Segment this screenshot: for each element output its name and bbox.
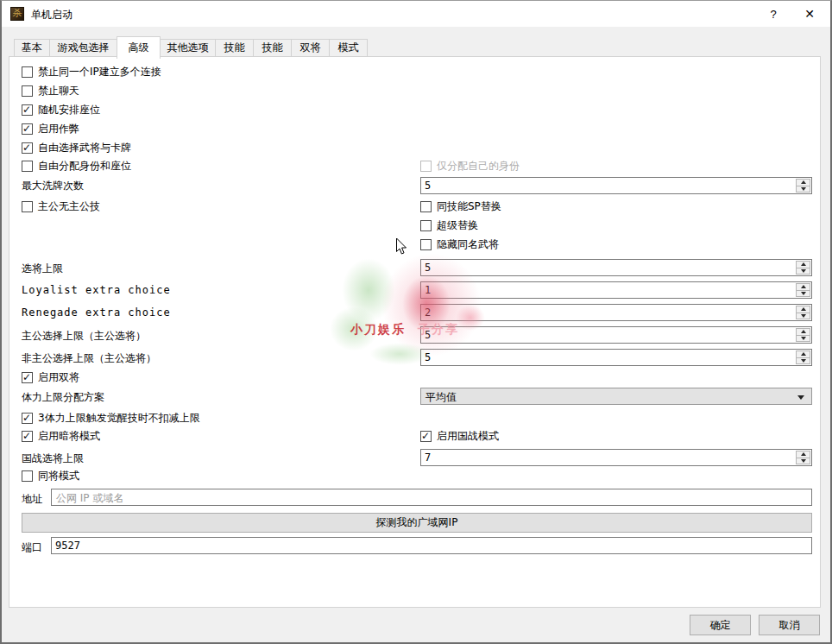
spinbox-loyalist-extra[interactable]: 1 <box>420 281 812 299</box>
checkbox-box <box>22 413 33 424</box>
ok-button[interactable]: 确定 <box>690 615 751 635</box>
spin-up-button[interactable] <box>796 283 810 290</box>
spinner-buttons <box>796 306 810 319</box>
checkbox-box <box>420 161 432 172</box>
spinbox-hegemony-choice-limit[interactable]: 7 <box>420 449 812 466</box>
checkbox-box <box>22 431 33 442</box>
checkbox-box <box>22 201 33 212</box>
tab-label: 其他选项 <box>167 41 209 55</box>
cancel-button[interactable]: 取消 <box>759 615 820 635</box>
checkbox-label: 启用暗将模式 <box>38 429 100 444</box>
tab-packages[interactable]: 游戏包选择 <box>49 39 117 57</box>
spin-down-button[interactable] <box>796 335 810 343</box>
dropdown-value: 平均值 <box>425 390 457 405</box>
label-choice-limit: 选将上限 <box>22 262 63 276</box>
label-lord-choice-limit: 主公选择上限（主公选将） <box>22 329 146 344</box>
checkbox-same-skill-sp[interactable]: 同技能SP替换 <box>420 200 501 213</box>
spinner-buttons <box>796 350 810 364</box>
tab-skills-1[interactable]: 技能 <box>215 39 254 57</box>
address-input[interactable]: 公网 IP 或域名 <box>51 489 812 506</box>
spin-up-button[interactable] <box>796 451 810 458</box>
spin-down-button[interactable] <box>796 458 810 465</box>
checkbox-label: 同将模式 <box>38 469 79 483</box>
spinbox-lord-choice-limit[interactable]: 5 <box>420 326 812 344</box>
spinner-buttons <box>796 261 810 275</box>
spin-down-button[interactable] <box>796 313 810 320</box>
tab-basic[interactable]: 基本 <box>14 39 50 57</box>
tab-label: 高级 <box>129 41 149 55</box>
checkbox-free-choose[interactable]: 自由选择武将与卡牌 <box>22 142 131 155</box>
spinbox-value: 5 <box>425 329 431 341</box>
tab-label: 基本 <box>22 41 42 55</box>
tab-bar: 基本 游戏包选择 高级 其他选项 技能 技能 双将 模式 <box>14 39 368 59</box>
spin-up-button[interactable] <box>796 328 810 335</box>
label-max-shuffle: 最大洗牌次数 <box>22 179 84 193</box>
tab-misc[interactable]: 其他选项 <box>160 39 216 57</box>
spinbox-max-shuffle[interactable]: 5 <box>420 177 812 194</box>
checkbox-label: 禁止聊天 <box>38 84 79 98</box>
checkbox-label: 主公无主公技 <box>38 199 100 214</box>
spin-down-button[interactable] <box>796 357 810 365</box>
spin-up-button[interactable] <box>796 350 810 357</box>
checkbox-label: 随机安排座位 <box>38 103 100 117</box>
checkbox-label: 禁止同一个IP建立多个连接 <box>38 65 161 79</box>
port-value: 9527 <box>55 540 80 552</box>
checkbox-forbid-chat[interactable]: 禁止聊天 <box>22 85 79 98</box>
checkbox-enable-hegemony[interactable]: 启用国战模式 <box>420 430 499 443</box>
port-input[interactable]: 9527 <box>51 537 812 554</box>
checkbox-enable-double[interactable]: 启用双将 <box>22 371 79 384</box>
spinner-buttons <box>796 179 810 193</box>
label-hegemony-choice-limit: 国战选将上限 <box>22 451 84 466</box>
tab-mode[interactable]: 模式 <box>329 39 368 57</box>
checkbox-random-seat[interactable]: 随机安排座位 <box>22 104 100 117</box>
checkbox-hide-same-name[interactable]: 隐藏同名武将 <box>420 238 499 251</box>
spinbox-choice-limit[interactable]: 5 <box>420 259 812 276</box>
checkbox-super-replace[interactable]: 超级替换 <box>420 219 478 232</box>
spin-up-button[interactable] <box>796 179 810 186</box>
checkbox-awaken-no-reduce[interactable]: 3体力上限触发觉醒技时不扣减上限 <box>22 412 200 425</box>
checkbox-label: 启用国战模式 <box>437 429 499 444</box>
hp-scheme-dropdown[interactable]: 平均值 <box>420 388 812 405</box>
checkbox-free-assign[interactable]: 自由分配身份和座位 <box>22 160 131 173</box>
spinner-buttons <box>796 451 810 464</box>
spinbox-nonlord-choice-limit[interactable]: 5 <box>420 349 812 366</box>
close-icon[interactable]: ✕ <box>791 1 829 27</box>
checkbox-label: 自由选择武将与卡牌 <box>38 141 131 155</box>
help-button[interactable]: ? <box>756 1 791 27</box>
checkbox-same-general-mode[interactable]: 同将模式 <box>22 470 79 483</box>
checkbox-forbid-multi-ip[interactable]: 禁止同一个IP建立多个连接 <box>22 66 161 79</box>
checkbox-label: 同技能SP替换 <box>437 199 501 214</box>
advanced-tab-page: 禁止同一个IP建立多个连接 禁止聊天 随机安排座位 启用作弊 自由选择武将与卡牌… <box>9 56 821 608</box>
spin-up-button[interactable] <box>796 261 810 268</box>
spinbox-renegade-extra[interactable]: 2 <box>420 304 812 321</box>
address-placeholder: 公网 IP 或域名 <box>56 491 123 506</box>
checkbox-box <box>22 372 33 383</box>
checkbox-label: 隐藏同名武将 <box>437 237 499 252</box>
spin-down-button[interactable] <box>796 290 810 298</box>
title-bar[interactable]: 杀 单机启动 ? ✕ <box>2 1 830 27</box>
checkbox-box <box>420 431 432 442</box>
tab-label: 技能 <box>224 41 245 55</box>
checkbox-box <box>22 123 33 135</box>
spinbox-value: 5 <box>425 262 431 274</box>
spinbox-value: 7 <box>425 451 431 464</box>
checkbox-lord-no-skill[interactable]: 主公无主公技 <box>22 200 100 213</box>
checkbox-box <box>22 142 33 154</box>
checkbox-assign-self-only: 仅分配自己的身份 <box>420 160 520 173</box>
spin-down-button[interactable] <box>796 268 810 275</box>
tab-advanced[interactable]: 高级 <box>117 36 161 59</box>
checkbox-enable-hidden-general[interactable]: 启用暗将模式 <box>22 430 100 443</box>
checkbox-box <box>420 220 432 231</box>
app-icon: 杀 <box>10 7 24 21</box>
label-port: 端口 <box>22 540 42 555</box>
label-address: 地址 <box>22 492 42 507</box>
detect-wan-ip-button[interactable]: 探测我的广域网IP <box>22 513 812 533</box>
checkbox-box <box>22 85 33 97</box>
tab-double-general[interactable]: 双将 <box>291 39 330 57</box>
tab-skills-2[interactable]: 技能 <box>253 39 292 57</box>
checkbox-enable-cheat[interactable]: 启用作弊 <box>22 123 79 136</box>
checkbox-box <box>22 66 33 78</box>
spinbox-value: 2 <box>425 306 431 319</box>
spin-down-button[interactable] <box>796 186 810 193</box>
spin-up-button[interactable] <box>796 306 810 313</box>
